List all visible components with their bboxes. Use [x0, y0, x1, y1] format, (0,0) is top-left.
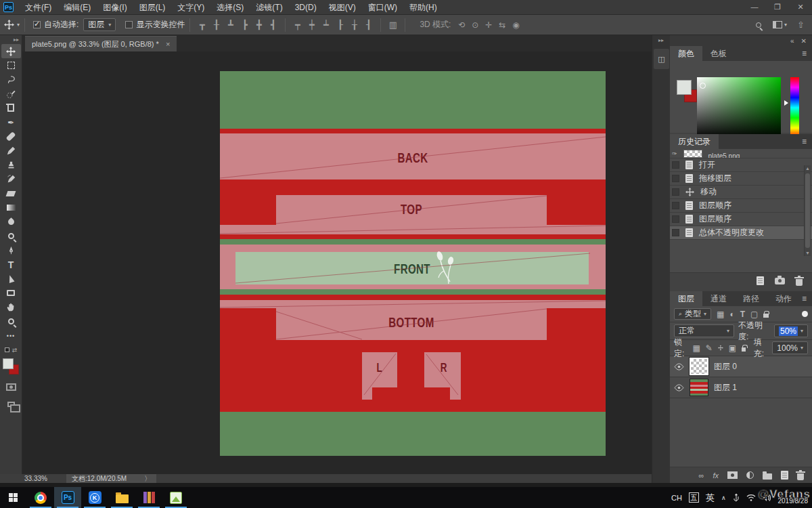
history-source-well[interactable]	[672, 175, 679, 182]
snapshot-thumbnail[interactable]	[683, 150, 702, 158]
taskbar-explorer[interactable]	[108, 487, 135, 508]
hue-slider[interactable]	[790, 77, 799, 138]
scrollbar-thumb[interactable]	[805, 173, 810, 248]
dodge-tool[interactable]	[1, 229, 21, 243]
visibility-eye-icon[interactable]	[674, 384, 684, 391]
tab-history[interactable]: 历史记录	[670, 134, 719, 149]
menu-image[interactable]: 图像(I)	[97, 0, 133, 15]
align-hcenter-icon[interactable]: ╋	[252, 20, 266, 30]
gradient-tool[interactable]	[1, 200, 21, 215]
history-brush-source-icon[interactable]: ✑	[672, 150, 677, 157]
show-transform-checkbox[interactable]	[125, 21, 133, 28]
opacity-field[interactable]: 50% ▾	[774, 324, 808, 337]
document-tab[interactable]: plate5.png @ 33.3% (图层 0, RGB/8) * ×	[25, 36, 177, 51]
new-snapshot-icon[interactable]	[775, 278, 785, 284]
default-swap-colors[interactable]: ⇄	[1, 343, 21, 357]
taskbar-image-viewer[interactable]	[162, 487, 189, 508]
panel-expand-arrows[interactable]: ▸▸	[652, 35, 670, 43]
history-source-well[interactable]	[672, 229, 679, 236]
lock-all-icon[interactable]	[742, 347, 746, 352]
history-state-row[interactable]: 打开	[670, 158, 812, 172]
crop-tool[interactable]	[1, 101, 21, 115]
minimize-button[interactable]: —	[743, 0, 766, 14]
start-button[interactable]	[0, 487, 27, 508]
usb-icon[interactable]	[733, 493, 740, 503]
panel-menu-icon[interactable]: ≡	[802, 294, 807, 303]
align-vcenter-icon[interactable]: ╂	[209, 20, 223, 30]
filter-smartobject-icon[interactable]	[763, 314, 769, 318]
ime-english-indicator[interactable]: 英	[706, 492, 715, 504]
restore-button[interactable]: ❐	[766, 0, 789, 14]
close-button[interactable]: ✕	[789, 0, 812, 14]
history-source-well[interactable]	[672, 202, 679, 209]
tab-close-icon[interactable]: ×	[166, 40, 170, 48]
auto-select-target-dropdown[interactable]: 图层 ▾	[83, 18, 116, 31]
tab-paths[interactable]: 路径	[735, 291, 767, 306]
eraser-tool[interactable]	[1, 186, 21, 200]
workspace-switcher[interactable]: ▾	[773, 21, 787, 28]
move-tool-preset-icon[interactable]: ▾	[4, 20, 20, 30]
align-bottom-icon[interactable]: ┻	[223, 20, 238, 30]
lock-transparency-icon[interactable]: ▦	[693, 343, 700, 353]
history-state-row[interactable]: 图层顺序	[670, 213, 812, 226]
adjustment-layer-icon[interactable]	[746, 471, 754, 479]
layer-thumbnail[interactable]	[690, 379, 708, 396]
history-state-row-selected[interactable]: 总体不透明度更改	[670, 226, 812, 240]
lock-artboard-icon[interactable]: ▣	[729, 343, 736, 353]
zoom-tool[interactable]	[1, 314, 21, 329]
screen-mode-button[interactable]	[1, 397, 21, 411]
healing-brush-tool[interactable]	[1, 129, 21, 144]
fill-field[interactable]: 100% ▾	[772, 341, 808, 354]
filter-shape-icon[interactable]: ▢	[750, 310, 758, 319]
hand-tool[interactable]	[1, 300, 21, 314]
new-document-from-state-icon[interactable]	[757, 276, 764, 285]
search-icon[interactable]	[752, 20, 766, 30]
delete-state-icon[interactable]	[796, 279, 803, 286]
menu-view[interactable]: 视图(V)	[323, 0, 362, 15]
menu-select[interactable]: 选择(S)	[210, 0, 250, 15]
type-tool[interactable]: T	[1, 257, 21, 272]
collapsed-properties-panel-icon[interactable]: ◫	[654, 49, 669, 69]
shape-tool[interactable]	[1, 286, 21, 300]
distribute-vcenter-icon[interactable]: ┿	[304, 20, 319, 30]
auto-align-icon[interactable]: ▥	[386, 20, 400, 30]
saturation-brightness-field[interactable]	[697, 77, 781, 138]
layer-thumbnail[interactable]	[690, 358, 708, 375]
tab-color[interactable]: 颜色	[670, 46, 702, 61]
auto-select-checkbox[interactable]	[33, 21, 41, 28]
align-left-icon[interactable]: ┣	[238, 20, 252, 30]
taskbar-photoshop[interactable]: Ps	[54, 487, 81, 508]
quick-selection-tool[interactable]	[1, 87, 21, 101]
filter-toggle-icon[interactable]	[802, 311, 808, 317]
menu-help[interactable]: 帮助(H)	[403, 0, 443, 15]
layer-row-0[interactable]: 图层 0	[670, 356, 812, 377]
foreground-color-swatch[interactable]	[3, 358, 14, 369]
scroll-up-icon[interactable]: ▲	[805, 166, 811, 171]
document-info-field[interactable]: 文档:12.0M/20.5M 〉	[66, 474, 156, 483]
layer-row-1[interactable]: 图层 1	[670, 377, 812, 398]
layer-filter-dropdown[interactable]: ⌕ 类型 ▾	[674, 308, 711, 320]
filter-adjustment-icon[interactable]: ◐	[729, 310, 734, 319]
camera-3d-icon[interactable]: ◉	[509, 20, 522, 30]
history-state-row[interactable]: 拖移图层	[670, 172, 812, 186]
add-mask-icon[interactable]	[727, 471, 738, 479]
layer-style-fx-icon[interactable]: fx	[713, 471, 719, 480]
distribute-right-icon[interactable]: ┨	[361, 20, 376, 30]
taskbar-winrar[interactable]	[135, 487, 162, 508]
hidden-icons-chevron-icon[interactable]: ∧	[721, 494, 726, 501]
history-source-well[interactable]	[672, 215, 679, 223]
history-scrollbar[interactable]: ▲ ▼	[804, 165, 811, 256]
tab-swatches[interactable]: 色板	[702, 46, 735, 61]
more-tools[interactable]: •••	[1, 329, 21, 343]
canvas-image[interactable]: BACK TOP FRONT	[220, 71, 606, 456]
visibility-eye-icon[interactable]	[674, 363, 684, 371]
history-snapshot-row[interactable]: ✑ plate5.png	[670, 149, 812, 158]
orbit-3d-icon[interactable]: ⟲	[455, 20, 468, 30]
menu-type[interactable]: 文字(Y)	[171, 0, 210, 15]
ime-language-indicator[interactable]: CH	[671, 494, 682, 502]
menu-file[interactable]: 文件(F)	[19, 0, 58, 15]
history-state-row[interactable]: 图层顺序	[670, 199, 812, 213]
layer-name[interactable]: 图层 0	[714, 361, 737, 373]
link-layers-icon[interactable]: ∞	[699, 471, 704, 480]
panel-menu-icon[interactable]: ≡	[802, 49, 807, 58]
